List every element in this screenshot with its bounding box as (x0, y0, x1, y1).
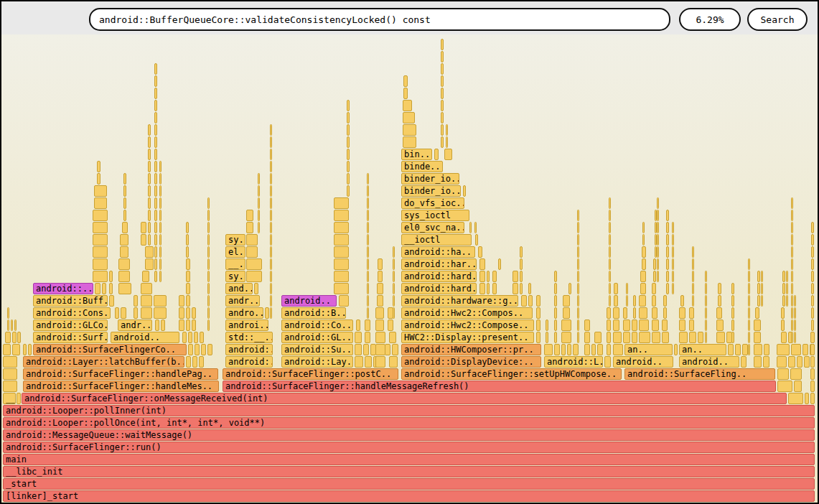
flame-frame[interactable] (626, 283, 628, 294)
flame-frame[interactable] (188, 344, 193, 355)
flame-frame[interactable] (791, 307, 793, 319)
flame-frame[interactable] (764, 344, 769, 355)
flame-frame[interactable] (154, 185, 157, 197)
flame-frame[interactable]: sy.. (225, 234, 245, 246)
flame-frame[interactable] (487, 271, 490, 282)
flame-frame[interactable] (591, 344, 596, 355)
flame-frame[interactable] (718, 295, 721, 307)
flame-frame[interactable] (154, 222, 157, 233)
flame-frame[interactable] (367, 210, 369, 221)
flame-frame[interactable] (363, 344, 369, 355)
flame-frame[interactable]: android::Surf.. (33, 332, 108, 343)
flame-frame[interactable] (513, 283, 518, 294)
flame-frame[interactable]: android::hard.. (401, 271, 477, 282)
flame-frame[interactable] (403, 100, 412, 111)
flame-frame[interactable] (246, 258, 262, 270)
flame-frame[interactable] (355, 344, 362, 355)
flame-frame[interactable]: android.. (281, 295, 337, 307)
flame-frame[interactable] (794, 319, 796, 331)
flame-frame[interactable] (811, 222, 814, 233)
flame-frame[interactable] (632, 319, 637, 331)
flame-frame[interactable] (652, 295, 656, 307)
flame-frame[interactable] (763, 356, 769, 368)
flame-frame[interactable]: . (17, 393, 21, 404)
flame-frame[interactable] (791, 271, 793, 282)
flame-frame[interactable] (698, 332, 703, 343)
flame-frame[interactable]: android::Hwc2::Compose.. (401, 319, 534, 331)
flame-frame[interactable] (657, 197, 659, 209)
flame-frame[interactable] (444, 149, 452, 160)
flame-frame[interactable] (441, 112, 444, 123)
flame-frame[interactable] (441, 88, 444, 99)
flame-frame[interactable] (811, 271, 814, 282)
flame-frame[interactable] (672, 234, 674, 246)
flame-frame[interactable] (367, 185, 369, 197)
flame-frame[interactable]: android::SurfaceFlinger::handleMes.. (23, 381, 219, 392)
flame-frame[interactable] (194, 332, 198, 343)
flame-frame[interactable] (663, 295, 667, 307)
flame-frame[interactable] (633, 307, 636, 319)
flame-frame[interactable] (791, 246, 793, 258)
flame-frame[interactable] (546, 319, 548, 331)
flame-frame[interactable] (347, 161, 350, 172)
flame-frame[interactable] (192, 319, 196, 331)
flame-frame[interactable] (207, 307, 210, 319)
flame-frame[interactable] (692, 258, 694, 270)
flame-frame[interactable] (748, 332, 750, 343)
flame-frame[interactable] (657, 210, 659, 221)
flame-frame[interactable] (754, 319, 761, 331)
flame-frame[interactable] (334, 246, 349, 258)
flame-frame[interactable] (609, 210, 611, 221)
flame-frame[interactable] (705, 295, 707, 307)
flame-frame[interactable] (375, 356, 385, 368)
flame-frame[interactable] (154, 100, 157, 111)
flame-frame[interactable] (115, 307, 119, 319)
flame-frame[interactable] (179, 307, 184, 319)
flame-frame[interactable]: android::har.. (401, 258, 477, 270)
flame-frame[interactable] (761, 283, 763, 294)
flame-frame[interactable] (365, 332, 370, 343)
flame-frame[interactable] (258, 173, 260, 185)
flame-frame[interactable] (536, 307, 540, 319)
flame-frame[interactable] (159, 271, 162, 282)
flame-frame[interactable] (159, 234, 162, 246)
flame-frame[interactable] (441, 51, 444, 62)
flame-frame[interactable] (141, 307, 152, 319)
flame-frame[interactable] (154, 124, 157, 136)
flame-frame[interactable]: andr.. (225, 295, 260, 307)
flame-frame[interactable] (389, 356, 398, 368)
flame-frame[interactable] (367, 307, 369, 319)
flame-frame[interactable] (652, 307, 657, 319)
flame-frame[interactable]: and.. (225, 283, 253, 294)
flame-frame[interactable] (666, 222, 669, 233)
flame-frame[interactable] (811, 295, 814, 307)
flame-frame[interactable] (355, 356, 363, 368)
flame-frame[interactable] (367, 295, 369, 307)
flame-frame[interactable] (3, 356, 17, 368)
flame-frame[interactable] (258, 210, 260, 221)
flame-frame[interactable] (109, 271, 113, 282)
flame-frame[interactable]: andr.. (118, 319, 152, 331)
flame-frame[interactable] (367, 234, 369, 246)
flame-frame[interactable] (791, 319, 793, 331)
flame-frame[interactable] (652, 319, 659, 331)
flame-frame[interactable] (389, 332, 396, 343)
flame-frame[interactable] (102, 283, 106, 294)
flame-frame[interactable] (122, 222, 128, 233)
flame-frame[interactable] (755, 307, 759, 319)
flame-frame[interactable] (154, 246, 157, 258)
flame-frame[interactable] (378, 271, 383, 282)
flame-frame[interactable] (748, 295, 750, 307)
flame-frame[interactable] (23, 344, 27, 355)
flame-frame[interactable] (207, 197, 210, 209)
flame-frame[interactable]: android::HWComposer::pr.. (401, 344, 541, 355)
flame-frame[interactable] (640, 283, 646, 294)
flame-frame[interactable] (246, 222, 253, 233)
flame-frame[interactable] (791, 234, 793, 246)
flame-frame[interactable] (563, 307, 570, 319)
flame-frame[interactable] (609, 283, 611, 294)
flame-frame[interactable] (186, 307, 190, 319)
flame-frame[interactable]: android::DisplayDevice:.. (401, 356, 541, 368)
flame-frame[interactable] (731, 319, 734, 331)
flame-frame[interactable] (791, 344, 801, 355)
